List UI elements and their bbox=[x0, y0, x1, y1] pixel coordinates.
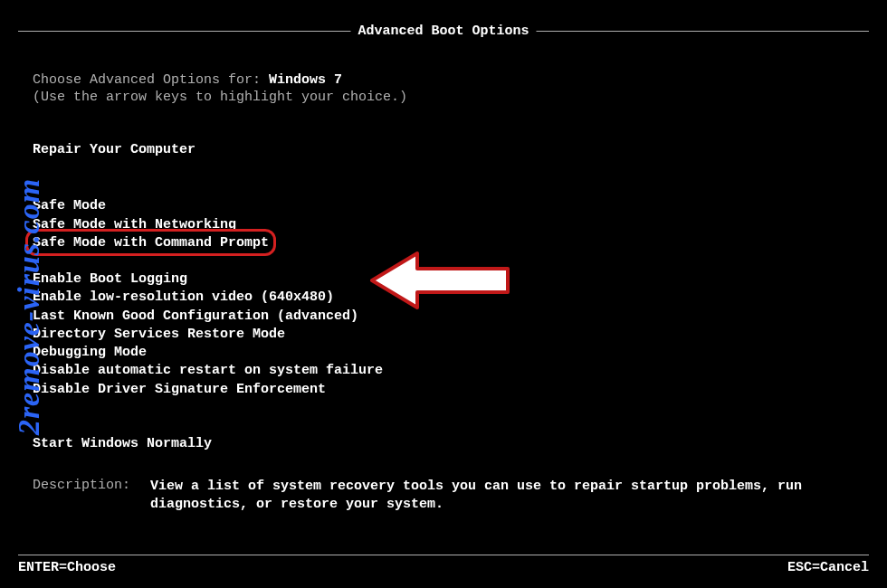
option-repair[interactable]: Repair Your Computer bbox=[33, 141, 196, 159]
option-debugging-mode[interactable]: Debugging Mode bbox=[33, 344, 147, 362]
highlighted-option-wrap: Safe Mode with Command Prompt bbox=[33, 234, 269, 252]
option-start-normally[interactable]: Start Windows Normally bbox=[33, 435, 212, 453]
option-safe-mode-command-prompt[interactable]: Safe Mode with Command Prompt bbox=[33, 234, 269, 252]
option-safe-mode-networking[interactable]: Safe Mode with Networking bbox=[33, 216, 236, 234]
option-directory-services-restore[interactable]: Directory Services Restore Mode bbox=[33, 326, 285, 344]
description-text: View a list of system recovery tools you… bbox=[150, 478, 854, 515]
description-block: Description: View a list of system recov… bbox=[33, 478, 854, 515]
arrow-key-hint: (Use the arrow keys to highlight your ch… bbox=[33, 90, 854, 105]
os-name: Windows 7 bbox=[269, 72, 342, 88]
option-disable-auto-restart[interactable]: Disable automatic restart on system fail… bbox=[33, 362, 383, 380]
option-disable-driver-sig[interactable]: Disable Driver Signature Enforcement bbox=[33, 381, 326, 399]
option-safe-mode[interactable]: Safe Mode bbox=[33, 197, 106, 215]
option-last-known-good[interactable]: Last Known Good Configuration (advanced) bbox=[33, 308, 358, 326]
footer-esc: ESC=Cancel bbox=[787, 560, 869, 575]
options-block: Safe Mode Safe Mode with Networking Safe… bbox=[33, 197, 854, 453]
choose-line: Choose Advanced Options for: Windows 7 bbox=[33, 72, 854, 88]
footer-rule bbox=[18, 555, 869, 555]
footer-enter: ENTER=Choose bbox=[18, 560, 116, 575]
choose-prefix: Choose Advanced Options for: bbox=[33, 72, 269, 88]
content-area: Choose Advanced Options for: Windows 7 (… bbox=[33, 72, 854, 453]
option-low-res-video[interactable]: Enable low-resolution video (640x480) bbox=[33, 289, 334, 307]
repair-section: Repair Your Computer bbox=[33, 141, 854, 159]
option-boot-logging[interactable]: Enable Boot Logging bbox=[33, 270, 187, 289]
boot-options-screen: Advanced Boot Options Choose Advanced Op… bbox=[0, 0, 887, 588]
description-label: Description: bbox=[33, 478, 150, 515]
page-title: Advanced Boot Options bbox=[350, 24, 536, 39]
